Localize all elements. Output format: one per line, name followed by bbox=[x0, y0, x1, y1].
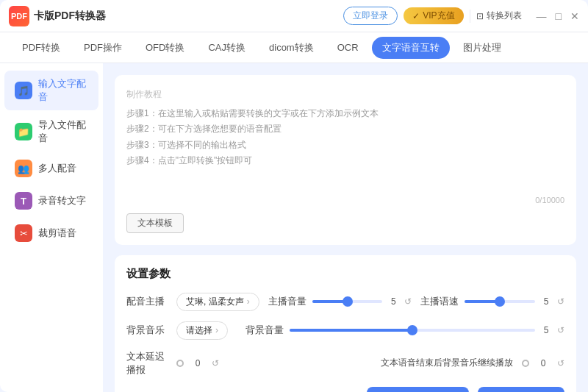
bg-volume-reset-icon[interactable]: ↺ bbox=[557, 325, 564, 335]
volume-label: 主播音量 bbox=[268, 295, 306, 308]
voice-host-row: 配音主播 艾琳, 温柔女声 › 主播音量 5 ↺ bbox=[126, 293, 564, 311]
nav-item-pdf-convert[interactable]: PDF转换 bbox=[12, 37, 71, 59]
speed-track[interactable] bbox=[465, 300, 535, 303]
text-dubbing-icon: 🎵 bbox=[15, 82, 32, 99]
speed-label: 主播语速 bbox=[420, 295, 459, 308]
nav-item-dicom-convert[interactable]: dicom转换 bbox=[259, 37, 324, 59]
minimize-button[interactable]: — bbox=[537, 10, 547, 22]
voice-host-select[interactable]: 艾琳, 温柔女声 › bbox=[176, 293, 259, 311]
titlebar-divider bbox=[470, 10, 470, 23]
sidebar-item-file-dubbing[interactable]: 📁 导入文件配音 bbox=[4, 112, 98, 152]
continue-value: 0 bbox=[538, 358, 548, 368]
text-input-area[interactable]: 0/10000 bbox=[126, 175, 564, 204]
vip-check-icon: ✓ bbox=[412, 11, 420, 21]
delay-label: 文本延迟播报 bbox=[126, 350, 168, 377]
login-button[interactable]: 立即登录 bbox=[343, 7, 398, 25]
bg-volume-thumb bbox=[407, 325, 417, 335]
speed-slider-group: 主播语速 5 ↺ bbox=[420, 295, 564, 308]
main-content: 🎵 输入文字配音 📁 导入文件配音 👥 多人配音 T 录音转文字 ✂ 裁剪语音 bbox=[0, 63, 588, 392]
bg-music-row: 背景音乐 请选择 › 背景音量 5 ↺ bbox=[126, 321, 564, 340]
bg-music-label: 背景音乐 bbox=[126, 324, 168, 337]
continue-slider-thumb[interactable] bbox=[522, 360, 529, 367]
close-button[interactable]: ✕ bbox=[570, 10, 579, 22]
app-logo: PDF 卡版PDF转换器 bbox=[9, 6, 106, 26]
sidebar: 🎵 输入文字配音 📁 导入文件配音 👥 多人配音 T 录音转文字 ✂ 裁剪语音 bbox=[0, 63, 103, 392]
nav-item-image[interactable]: 图片处理 bbox=[453, 37, 512, 59]
bg-music-select[interactable]: 请选择 › bbox=[176, 321, 228, 340]
bg-volume-label: 背景音量 bbox=[245, 324, 284, 337]
vip-label: VIP充值 bbox=[423, 10, 454, 22]
volume-thumb bbox=[343, 296, 353, 307]
preview-button[interactable]: 🎧 试听前50字 bbox=[367, 387, 469, 392]
tutorial-step4: 步骤4：点击"立即转换"按钮即可 bbox=[126, 153, 564, 169]
bg-volume-value: 5 bbox=[541, 325, 551, 335]
volume-track[interactable] bbox=[312, 300, 383, 303]
voice-host-value: 艾琳, 温柔女声 bbox=[186, 296, 244, 308]
settings-card: 设置参数 配音主播 艾琳, 温柔女声 › 主播音量 5 bbox=[115, 255, 576, 392]
char-count: 0/10000 bbox=[535, 196, 564, 204]
chevron-right-icon2: › bbox=[215, 325, 218, 335]
tutorial-section: 制作教程 步骤1：在这里输入或粘贴需要转换的文字或在下方添加示例文本 步骤2：可… bbox=[126, 87, 564, 169]
delay-slider-thumb[interactable] bbox=[176, 360, 184, 367]
bg-volume-track[interactable] bbox=[290, 329, 535, 332]
template-button[interactable]: 文本模板 bbox=[126, 213, 184, 233]
sidebar-item-multi-dubbing[interactable]: 👥 多人配音 bbox=[4, 153, 98, 184]
sidebar-item-clip-voice[interactable]: ✂ 裁剪语音 bbox=[4, 218, 98, 249]
bg-volume-fill bbox=[290, 329, 412, 332]
multi-dubbing-icon: 👥 bbox=[15, 160, 32, 177]
sidebar-label-clip-voice: 裁剪语音 bbox=[38, 227, 76, 240]
navbar: PDF转换 PDF操作 OFD转换 CAJ转换 dicom转换 OCR 文字语音… bbox=[0, 32, 588, 63]
settings-title: 设置参数 bbox=[126, 267, 564, 281]
bottom-buttons: 🎧 试听前50字 ⇌ 立即转换 bbox=[367, 387, 564, 392]
sidebar-label-file-dubbing: 导入文件配音 bbox=[38, 118, 88, 145]
output-row: 输出格式 MP3 WAV 🎧 试听前50字 bbox=[126, 387, 564, 392]
bg-volume-slider-group: 背景音量 5 ↺ bbox=[245, 324, 564, 337]
window-controls: — □ ✕ bbox=[537, 10, 579, 22]
sidebar-label-multi-dubbing: 多人配音 bbox=[38, 162, 76, 175]
delay-reset-icon[interactable]: ↺ bbox=[212, 358, 219, 368]
tutorial-step3: 步骤3：可选择不同的输出格式 bbox=[126, 138, 564, 154]
convert-list-icon: ⊡ bbox=[476, 11, 484, 21]
speed-thumb bbox=[495, 296, 505, 307]
speed-reset-icon[interactable]: ↺ bbox=[557, 296, 564, 307]
chevron-right-icon: › bbox=[247, 296, 250, 307]
tutorial-step2: 步骤2：可在下方选择您想要的语音配置 bbox=[126, 121, 564, 138]
tutorial-step1: 步骤1：在这里输入或粘贴需要转换的文字或在下方添加示例文本 bbox=[126, 106, 564, 122]
nav-item-pdf-operate[interactable]: PDF操作 bbox=[74, 37, 132, 59]
app-window: PDF 卡版PDF转换器 立即登录 ✓ VIP充值 ⊡ 转换列表 — □ ✕ P… bbox=[0, 0, 588, 392]
convert-list-button[interactable]: ⊡ 转换列表 bbox=[476, 10, 522, 22]
titlebar-right: 立即登录 ✓ VIP充值 ⊡ 转换列表 — □ ✕ bbox=[343, 7, 579, 25]
convert-list-label: 转换列表 bbox=[487, 10, 522, 22]
speed-value: 5 bbox=[541, 296, 551, 307]
logo-icon: PDF bbox=[9, 6, 29, 26]
volume-slider-group: 主播音量 5 ↺ bbox=[268, 295, 412, 308]
sidebar-label-recording-to-text: 录音转文字 bbox=[38, 194, 86, 207]
volume-reset-icon[interactable]: ↺ bbox=[404, 296, 412, 307]
delay-value: 0 bbox=[193, 358, 203, 368]
voice-host-label: 配音主播 bbox=[126, 295, 168, 308]
file-dubbing-icon: 📁 bbox=[15, 123, 32, 140]
delay-row: 文本延迟播报 0 ↺ 文本语音结束后背景音乐继续播放 0 ↺ bbox=[126, 350, 564, 377]
app-title: 卡版PDF转换器 bbox=[34, 10, 106, 23]
continue-label: 文本语音结束后背景音乐继续播放 bbox=[381, 357, 513, 369]
titlebar: PDF 卡版PDF转换器 立即登录 ✓ VIP充值 ⊡ 转换列表 — □ ✕ bbox=[0, 0, 588, 32]
sidebar-item-text-dubbing[interactable]: 🎵 输入文字配音 bbox=[4, 71, 98, 110]
nav-item-text-voice[interactable]: 文字语音互转 bbox=[372, 37, 450, 59]
nav-item-ofd-convert[interactable]: OFD转换 bbox=[135, 37, 195, 59]
clip-voice-icon: ✂ bbox=[15, 224, 32, 242]
vip-button[interactable]: ✓ VIP充值 bbox=[404, 7, 463, 24]
volume-value: 5 bbox=[388, 296, 398, 307]
sidebar-label-text-dubbing: 输入文字配音 bbox=[38, 77, 88, 104]
sidebar-item-recording-to-text[interactable]: T 录音转文字 bbox=[4, 185, 98, 216]
convert-button[interactable]: ⇌ 立即转换 bbox=[478, 387, 564, 392]
nav-item-caj-convert[interactable]: CAJ转换 bbox=[198, 37, 256, 59]
maximize-button[interactable]: □ bbox=[556, 10, 562, 22]
recording-to-text-icon: T bbox=[15, 192, 32, 210]
nav-item-ocr[interactable]: OCR bbox=[327, 38, 369, 57]
tutorial-card: 制作教程 步骤1：在这里输入或粘贴需要转换的文字或在下方添加示例文本 步骤2：可… bbox=[115, 75, 576, 245]
tutorial-title: 制作教程 bbox=[126, 87, 564, 103]
content-area: 制作教程 步骤1：在这里输入或粘贴需要转换的文字或在下方添加示例文本 步骤2：可… bbox=[103, 63, 588, 392]
bg-music-value: 请选择 bbox=[186, 324, 212, 337]
continue-reset-icon[interactable]: ↺ bbox=[557, 358, 564, 368]
